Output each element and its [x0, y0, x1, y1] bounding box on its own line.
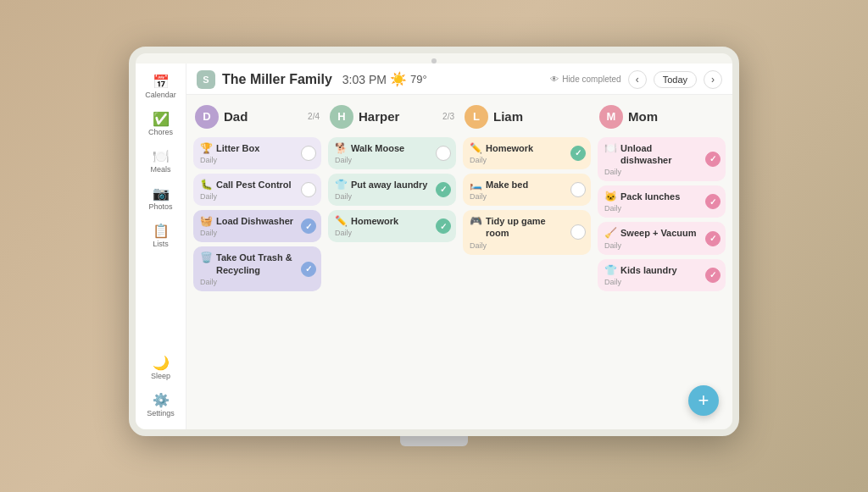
- task-card: 🐛Call Pest Control Daily: [193, 174, 321, 206]
- sidebar-item-chores[interactable]: ✅ Chores: [139, 108, 183, 141]
- sidebar-label-settings: Settings: [147, 409, 175, 417]
- photos-icon: 📷: [153, 187, 170, 201]
- avatar-liam: L: [465, 105, 488, 129]
- device-stand: [400, 436, 468, 446]
- check-circle-done[interactable]: ✓: [436, 218, 451, 234]
- sidebar-label-chores: Chores: [148, 128, 173, 136]
- column-liam: L Liam ✏️Homework Daily ✓ 🛏️Ma: [463, 102, 591, 423]
- sidebar-label-sleep: Sleep: [151, 372, 170, 380]
- settings-icon: ⚙️: [153, 394, 170, 407]
- fab-add-button[interactable]: +: [688, 385, 719, 416]
- person-header-harper: H Harper 2/3: [328, 102, 456, 132]
- column-harper: H Harper 2/3 🐕Walk Moose Daily: [328, 102, 456, 423]
- sidebar-label-photos: Photos: [148, 202, 172, 211]
- check-circle[interactable]: [301, 182, 316, 197]
- person-name-mom: Mom: [628, 109, 658, 124]
- task-card: 🏆Litter Box Daily: [193, 137, 321, 169]
- check-circle[interactable]: [301, 146, 316, 161]
- sidebar-item-calendar[interactable]: 📅 Calendar: [139, 70, 183, 104]
- weather-emoji: ☀️: [390, 71, 407, 87]
- person-header-mom: M Mom: [598, 102, 726, 132]
- check-circle[interactable]: [570, 224, 586, 240]
- task-card: 🐱Pack lunches Daily ✓: [598, 185, 726, 218]
- avatar-harper: H: [330, 105, 353, 129]
- hide-completed-label: Hide completed: [562, 75, 620, 84]
- header-right: 👁 Hide completed ‹ Today ›: [550, 70, 722, 89]
- sleep-icon: 🌙: [153, 357, 170, 370]
- person-progress-dad: 2/4: [308, 112, 320, 121]
- check-circle-done[interactable]: ✓: [705, 268, 721, 283]
- column-mom: M Mom 🍽️Unload dishwasher Daily ✓: [598, 102, 726, 423]
- sidebar-item-photos[interactable]: 📷 Photos: [139, 182, 183, 216]
- sidebar-label-lists: Lists: [153, 240, 169, 248]
- header: S The Miller Family 3:03 PM ☀️ 79° 👁 Hid…: [186, 64, 732, 95]
- person-progress-harper: 2/3: [442, 112, 454, 121]
- time-weather: 3:03 PM ☀️ 79°: [342, 71, 427, 87]
- sidebar-item-lists[interactable]: 📋 Lists: [139, 219, 183, 253]
- hide-completed-button[interactable]: 👁 Hide completed: [550, 75, 620, 84]
- current-time: 3:03 PM: [342, 73, 387, 86]
- person-name-dad: Dad: [224, 109, 248, 124]
- task-card: 👕Kids laundry Daily ✓: [598, 259, 726, 291]
- check-circle-done[interactable]: ✓: [436, 182, 451, 197]
- nav-prev-button[interactable]: ‹: [628, 70, 647, 89]
- avatar-dad: D: [195, 105, 219, 129]
- eye-icon: 👁: [550, 75, 559, 84]
- task-card: 🧺Load Dishwasher Daily ✓: [193, 210, 321, 242]
- check-circle[interactable]: [436, 146, 451, 161]
- person-name-harper: Harper: [359, 109, 399, 124]
- check-circle-done[interactable]: ✓: [570, 146, 586, 161]
- person-name-liam: Liam: [493, 109, 523, 124]
- sidebar-label-meals: Meals: [150, 165, 170, 174]
- task-card: 🧹Sweep + Vacuum Daily ✓: [598, 222, 726, 254]
- column-dad: D Dad 2/4 🏆Litter Box Daily: [193, 102, 321, 423]
- check-circle-done[interactable]: ✓: [301, 218, 316, 234]
- check-circle-done[interactable]: ✓: [705, 194, 721, 209]
- task-card: ✏️Homework Daily ✓: [463, 137, 591, 169]
- sidebar-item-settings[interactable]: ⚙️ Settings: [139, 389, 183, 423]
- sidebar-label-calendar: Calendar: [145, 91, 176, 99]
- check-circle-done[interactable]: ✓: [705, 231, 721, 246]
- sidebar-item-sleep[interactable]: 🌙 Sleep: [139, 351, 183, 385]
- calendar-icon: 📅: [153, 75, 170, 89]
- check-circle-done[interactable]: ✓: [705, 152, 721, 167]
- sidebar: 📅 Calendar ✅ Chores 🍽️ Meals 📷 Photos: [136, 64, 186, 429]
- nav-next-button[interactable]: ›: [704, 70, 722, 89]
- task-card: 👕Put away laundry Daily ✓: [328, 174, 456, 206]
- temperature: 79°: [410, 73, 427, 86]
- chores-icon: ✅: [153, 113, 170, 126]
- task-card: 🍽️Unload dishwasher Daily ✓: [598, 137, 726, 182]
- today-button[interactable]: Today: [654, 71, 697, 88]
- device-notch: [431, 58, 437, 64]
- task-card: ✏️Homework Daily ✓: [328, 210, 456, 242]
- lists-icon: 📋: [153, 224, 170, 238]
- person-header-dad: D Dad 2/4: [193, 102, 321, 132]
- family-name: The Miller Family: [222, 72, 332, 87]
- app-initial: S: [197, 70, 215, 89]
- check-circle[interactable]: [570, 182, 586, 197]
- task-card: 🐕Walk Moose Daily: [328, 137, 456, 169]
- sidebar-item-meals[interactable]: 🍽️ Meals: [139, 145, 183, 179]
- avatar-mom: M: [599, 105, 623, 129]
- columns-area: D Dad 2/4 🏆Litter Box Daily: [186, 95, 732, 429]
- task-card: 🎮Tidy up game room Daily: [463, 210, 591, 255]
- check-circle-done[interactable]: ✓: [301, 262, 316, 277]
- person-header-liam: L Liam: [463, 102, 591, 132]
- task-card: 🗑️Take Out Trash & Recycling Daily ✓: [193, 246, 321, 291]
- meals-icon: 🍽️: [153, 150, 170, 163]
- task-card: 🛏️Make bed Daily: [463, 174, 591, 206]
